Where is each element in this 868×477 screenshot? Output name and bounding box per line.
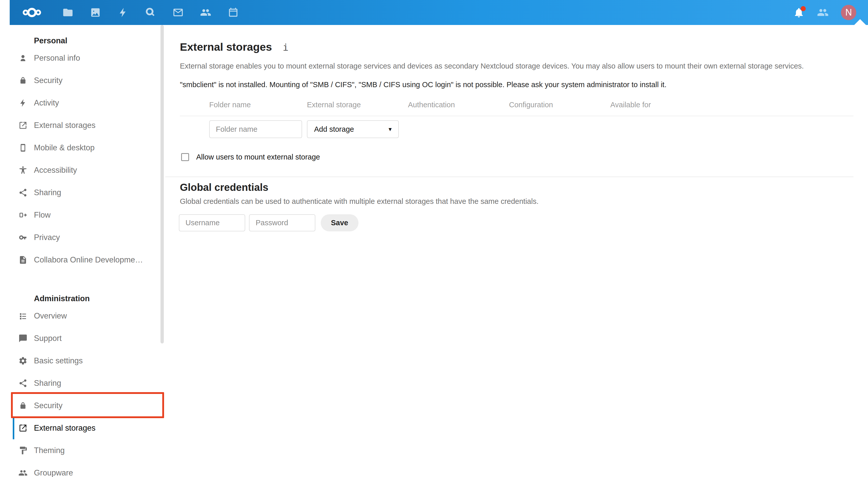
sidebar-item-personal-info[interactable]: Personal info — [10, 47, 165, 69]
document-icon — [19, 255, 28, 265]
sidebar-item-privacy[interactable]: Privacy — [10, 226, 165, 249]
sidebar-item-security[interactable]: Security — [10, 69, 165, 92]
column-header-authentication: Authentication — [408, 101, 509, 109]
contacts-menu-icon[interactable] — [817, 7, 829, 18]
global-credentials-form: Save — [179, 214, 854, 231]
top-bar-right: N — [793, 0, 856, 25]
sidebar-item-collabora-online-development-edit[interactable]: Collabora Online Development Edit... — [10, 249, 165, 271]
mail-app-icon[interactable] — [173, 7, 184, 18]
sidebar-item-mobile-desktop[interactable]: Mobile & desktop — [10, 137, 165, 159]
sidebar-item-sharing[interactable]: Sharing — [10, 181, 165, 204]
table-header-divider — [180, 116, 854, 116]
sidebar-item-label: External storages — [34, 423, 95, 433]
app-menu — [62, 7, 239, 18]
roller-icon — [19, 446, 28, 455]
global-credentials-description: Global credentials can be used to authen… — [180, 197, 854, 206]
sidebar-item-basic-settings[interactable]: Basic settings — [10, 350, 165, 372]
sidebar-section-title: Administration — [34, 293, 165, 304]
folder-name-input[interactable] — [209, 120, 302, 138]
settings-sidebar: PersonalPersonal infoSecurityActivityExt… — [10, 25, 165, 477]
external-icon — [19, 423, 28, 433]
sidebar-item-support[interactable]: Support — [10, 327, 165, 350]
sidebar-item-flow[interactable]: Flow — [10, 204, 165, 226]
sidebar-item-sharing[interactable]: Sharing — [10, 372, 165, 395]
allow-users-label: Allow users to mount external storage — [196, 153, 320, 161]
add-storage-select[interactable]: Add storage ▾ — [307, 120, 399, 138]
nextcloud-app: N PersonalPersonal infoSecurityActivityE… — [10, 0, 868, 477]
allow-users-checkbox[interactable] — [181, 153, 189, 161]
photos-app-icon[interactable] — [90, 7, 101, 18]
notification-dot — [801, 6, 806, 11]
column-header-available-for: Available for — [610, 101, 854, 109]
add-storage-select-value: Add storage — [314, 125, 354, 134]
info-icon[interactable]: i — [283, 42, 288, 53]
column-header-configuration: Configuration — [509, 101, 610, 109]
comment-icon — [19, 334, 28, 343]
avatar-initial: N — [845, 7, 852, 18]
sidebar-item-external-storages[interactable]: External storages — [10, 114, 165, 137]
sidebar-item-label: Support — [34, 334, 62, 343]
files-app-icon[interactable] — [62, 7, 73, 18]
main-content: External storages i External storage ena… — [165, 25, 868, 477]
sidebar-item-label: Accessibility — [34, 166, 77, 175]
sidebar-item-label: Overview — [34, 311, 67, 320]
external-icon — [19, 121, 28, 130]
lock-icon — [19, 401, 28, 410]
sidebar-item-label: Basic settings — [34, 356, 83, 365]
page-title: External storages — [180, 41, 272, 53]
chevron-down-icon: ▾ — [389, 126, 392, 133]
sidebar-item-label: Groupware — [34, 468, 73, 477]
sidebar-item-activity[interactable]: Activity — [10, 92, 165, 114]
sidebar-scrollbar[interactable] — [160, 25, 164, 343]
share-icon — [19, 188, 28, 197]
sidebar-item-label: External storages — [34, 121, 95, 130]
smbclient-warning-text: "smbclient" is not installed. Mounting o… — [180, 80, 854, 89]
table-header-row: Folder name External storage Authenticat… — [180, 101, 854, 109]
accessibility-icon — [19, 166, 28, 175]
sidebar-section-title: Personal — [34, 35, 165, 46]
sidebar-item-label: Collabora Online Development Edit... — [34, 255, 146, 265]
sidebar-item-label: Sharing — [34, 188, 61, 197]
mobile-icon — [19, 143, 28, 152]
settings-menu-caret — [854, 19, 866, 25]
sidebar-item-overview[interactable]: Overview — [10, 305, 165, 327]
calendar-app-icon[interactable] — [227, 7, 239, 18]
activity-app-icon[interactable] — [117, 7, 129, 18]
sidebar-item-external-storages[interactable]: External storages — [13, 417, 165, 439]
new-storage-row: Add storage ▾ — [180, 120, 854, 138]
sidebar-item-security[interactable]: Security — [10, 395, 165, 417]
sidebar-item-groupware[interactable]: Groupware — [10, 462, 165, 477]
sidebar-item-theming[interactable]: Theming — [10, 439, 165, 462]
intro-text: External storage enables you to mount ex… — [180, 62, 854, 70]
sidebar-item-label: Theming — [34, 446, 65, 455]
flow-icon — [19, 210, 28, 219]
external-storage-table: Folder name External storage Authenticat… — [180, 101, 854, 138]
sidebar-item-label: Flow — [34, 210, 51, 219]
group-icon — [19, 468, 28, 477]
overview-icon — [19, 311, 28, 320]
allow-users-row: Allow users to mount external storage — [181, 153, 854, 161]
sidebar-item-accessibility[interactable]: Accessibility — [10, 159, 165, 181]
search-app-icon[interactable] — [145, 7, 156, 18]
sidebar-item-label: Sharing — [34, 379, 61, 388]
sidebar-item-label: Privacy — [34, 233, 60, 242]
username-field[interactable] — [179, 214, 245, 231]
column-header-folder-name: Folder name — [209, 101, 307, 109]
share-icon — [19, 379, 28, 388]
sidebar-item-label: Mobile & desktop — [34, 143, 95, 152]
password-field[interactable] — [249, 214, 315, 231]
lock-icon — [19, 76, 28, 85]
notifications-bell-icon[interactable] — [793, 7, 805, 18]
sidebar-item-label: Security — [34, 76, 63, 85]
sidebar-item-label: Activity — [34, 98, 59, 107]
user-icon — [19, 54, 28, 63]
nextcloud-logo[interactable] — [22, 6, 42, 19]
user-avatar[interactable]: N — [841, 5, 856, 20]
save-button[interactable]: Save — [321, 214, 359, 231]
contacts-app-icon[interactable] — [200, 7, 211, 18]
sidebar-section: PersonalPersonal infoSecurityActivityExt… — [10, 35, 165, 271]
section-divider — [165, 177, 854, 177]
global-credentials-title: Global credentials — [180, 182, 854, 193]
gear-icon — [19, 356, 28, 365]
key-icon — [19, 233, 28, 242]
